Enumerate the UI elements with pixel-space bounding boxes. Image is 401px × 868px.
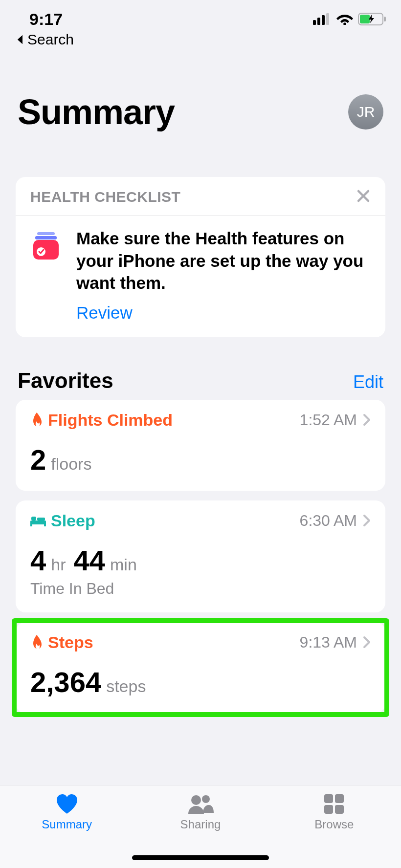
favorites-header: Favorites Edit: [0, 337, 401, 400]
favorite-name: Sleep: [51, 511, 95, 530]
svg-rect-15: [44, 523, 46, 526]
svg-rect-17: [37, 518, 45, 521]
svg-rect-9: [37, 232, 55, 235]
heart-icon: [55, 793, 79, 815]
flame-icon: [30, 635, 43, 650]
checklist-message: Make sure the Health features on your iP…: [76, 227, 371, 294]
home-indicator: [132, 855, 269, 860]
favorite-unit-min: min: [110, 555, 137, 574]
checklist-icon: [30, 227, 62, 323]
checklist-title: HEALTH CHECKLIST: [30, 189, 180, 205]
svg-point-19: [202, 795, 210, 803]
favorite-time: 9:13 AM: [300, 633, 357, 651]
health-checklist-card: HEALTH CHECKLIST Make sure the Health fe…: [16, 177, 385, 337]
svg-rect-0: [313, 20, 316, 25]
favorite-value-hr: 4: [30, 544, 46, 577]
svg-rect-6: [360, 15, 370, 23]
back-to-search[interactable]: Search: [0, 29, 401, 48]
back-caret-icon: [16, 34, 24, 45]
favorite-category: Steps: [30, 633, 93, 652]
svg-rect-20: [324, 794, 333, 803]
chevron-right-icon: [363, 636, 371, 649]
favorite-category: Sleep: [30, 511, 95, 530]
bed-icon: [30, 515, 46, 526]
favorites-title: Favorites: [18, 369, 113, 393]
favorite-card-steps[interactable]: Steps 9:13 AM 2,364 steps: [16, 622, 385, 713]
status-bar: 9:17: [0, 0, 401, 29]
wifi-icon: [336, 13, 353, 25]
svg-rect-23: [335, 805, 344, 814]
svg-rect-3: [326, 13, 329, 25]
chevron-right-icon: [363, 413, 371, 426]
favorite-unit-hr: hr: [51, 555, 66, 574]
svg-rect-7: [384, 17, 386, 22]
tab-label: Browse: [314, 818, 354, 831]
profile-avatar[interactable]: JR: [348, 94, 383, 130]
svg-rect-21: [335, 794, 344, 803]
favorite-time: 6:30 AM: [300, 512, 357, 530]
favorites-edit-button[interactable]: Edit: [353, 372, 383, 392]
svg-point-4: [343, 22, 346, 25]
tab-label: Sharing: [180, 818, 221, 831]
favorite-unit: floors: [51, 455, 91, 474]
svg-rect-16: [31, 517, 36, 521]
tab-browse[interactable]: Browse: [268, 793, 401, 831]
favorite-value: 2: [30, 443, 46, 476]
tab-sharing[interactable]: Sharing: [134, 793, 267, 831]
close-checklist-button[interactable]: [356, 189, 371, 205]
favorite-card-flights[interactable]: Flights Climbed 1:52 AM 2 floors: [16, 400, 385, 491]
svg-rect-11: [33, 240, 59, 260]
back-label: Search: [27, 31, 74, 48]
svg-rect-1: [317, 18, 320, 25]
page-header: Summary JR: [0, 48, 401, 144]
svg-rect-10: [35, 236, 57, 239]
review-link[interactable]: Review: [76, 303, 133, 323]
favorite-sublabel: Time In Bed: [30, 580, 371, 598]
favorite-name: Flights Climbed: [48, 411, 173, 430]
tab-summary[interactable]: Summary: [0, 793, 133, 831]
avatar-initials: JR: [357, 104, 375, 120]
close-icon: [356, 189, 371, 203]
tab-bar: Summary Sharing Browse: [0, 785, 401, 868]
favorite-unit: steps: [106, 677, 146, 696]
page-title: Summary: [18, 92, 175, 132]
svg-point-18: [191, 795, 201, 805]
svg-rect-22: [324, 805, 333, 814]
cellular-icon: [313, 13, 332, 25]
favorite-card-sleep[interactable]: Sleep 6:30 AM 4 hr 44 min Time In Bed: [16, 500, 385, 612]
flame-icon: [30, 412, 43, 427]
favorite-name: Steps: [48, 633, 93, 652]
status-time: 9:17: [29, 10, 63, 29]
chevron-right-icon: [363, 514, 371, 527]
battery-icon: [358, 13, 386, 25]
favorite-value: 2,364: [30, 666, 101, 698]
grid-icon: [323, 793, 345, 815]
status-icons: [313, 13, 386, 25]
tab-label: Summary: [42, 818, 92, 831]
favorite-value-min: 44: [74, 544, 106, 577]
favorite-category: Flights Climbed: [30, 411, 173, 430]
svg-rect-13: [30, 521, 46, 524]
favorite-time: 1:52 AM: [300, 411, 357, 429]
svg-rect-14: [30, 523, 32, 526]
svg-rect-2: [322, 15, 325, 25]
people-icon: [186, 793, 215, 815]
